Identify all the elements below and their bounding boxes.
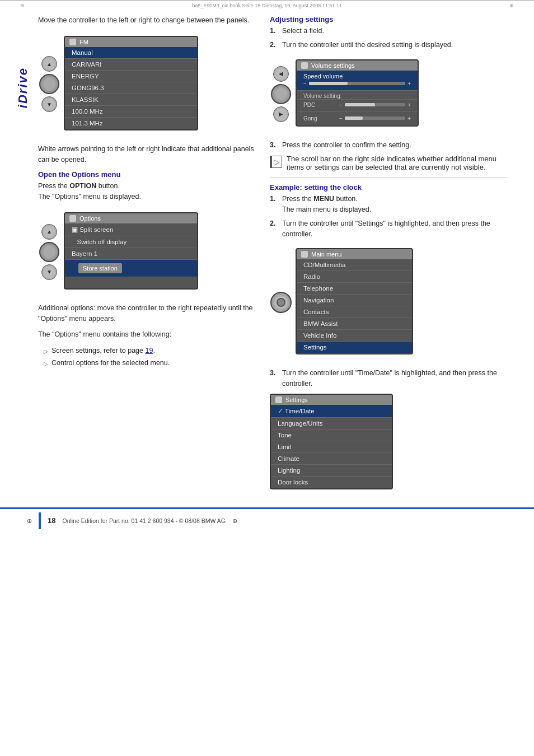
step-text-3: Press the controller to confirm the sett… [282, 140, 411, 151]
store-station-btn: Store station [78, 263, 122, 273]
opt-main-knob[interactable] [39, 242, 59, 262]
main-menu-title: Main menu [311, 251, 341, 258]
options-title-icon [69, 215, 76, 222]
intro-text: Move the controller to the left or right… [38, 15, 256, 26]
gong-fill [345, 116, 363, 120]
speed-minus: − [303, 81, 307, 87]
gong-track [345, 116, 405, 120]
volume-controller: ◀ ▶ [270, 55, 292, 133]
adjusting-heading: Adjusting settings [270, 15, 507, 24]
section-divider [270, 177, 507, 178]
reg-mark-left: ⊕ [20, 3, 25, 8]
options-screen-wrapper: ▲ ▼ Options ▣ Split screen Switch off di… [38, 208, 256, 296]
opt-nav-down[interactable]: ▼ [41, 264, 57, 280]
mm-vehicleinfo: Vehicle Info [297, 330, 412, 342]
settings-icon [275, 396, 282, 403]
step-num-1: 1. [270, 26, 279, 36]
options-step2: The "Options" menu is displayed. [38, 193, 141, 200]
bullet-screen-settings: ▷ Screen settings, refer to page 19. [38, 346, 256, 356]
pdc-item: PDC − + [297, 100, 418, 112]
volume-title-text: Volume settings [311, 62, 355, 69]
settings-climate: Climate [271, 453, 392, 465]
adjusting-section: Adjusting settings 1. Select a field. 2.… [270, 15, 507, 171]
main-menu-screen-wrapper: Main menu CD/Multimedia Radio Telephone … [270, 244, 507, 361]
step-text-1: Select a field. [282, 26, 324, 36]
options-title-bar: Options [65, 213, 197, 223]
gong-bar: Gong − + [303, 114, 411, 123]
volume-title-bar: Volume settings [297, 60, 418, 71]
page-link-19[interactable]: 19 [145, 347, 153, 354]
settings-doorlocks: Door locks [271, 477, 392, 488]
vol-nav-right[interactable]: ▶ [273, 106, 289, 122]
mm-cdmultimedia: CD/Multimedia [297, 259, 412, 271]
speed-track [309, 82, 405, 85]
example-section: Example: setting the clock 1. Press the … [270, 183, 507, 489]
gong-minus: − [339, 115, 343, 122]
fm-item-klassik: KLASSIK [65, 94, 197, 106]
settings-timedate: Time/Date [271, 405, 392, 418]
volume-title-icon [301, 62, 308, 69]
main-menu-title-bar: Main menu [297, 249, 412, 259]
mm-telephone: Telephone [297, 283, 412, 295]
pdc-track [345, 103, 405, 106]
fm-item-gong: GONG96.3 [65, 82, 197, 94]
mm-settings: Settings [297, 342, 412, 353]
gong-label: Gong [303, 115, 337, 122]
example-step-2: 2. Turn the controller until "Settings" … [270, 218, 507, 240]
options-controller: ▲ ▼ [38, 208, 60, 296]
example-step-1: 1. Press the MENU button.The main menu i… [270, 194, 507, 215]
reg-mark-right: ⊕ [509, 3, 514, 8]
ex-step-text-2: Turn the controller until "Settings" is … [282, 218, 507, 240]
pdc-minus: − [339, 102, 343, 108]
main-menu-controller [270, 244, 292, 361]
settings-limit: Limit [271, 441, 392, 453]
bullet-control-options: ▷ Control options for the selected menu. [38, 358, 256, 368]
note-icon: ▷ [270, 156, 282, 168]
opt-split: ▣ Split screen [65, 223, 197, 236]
fm-title-bar: FM [65, 37, 197, 47]
bullet-arrow-2: ▷ [44, 360, 48, 368]
note-box: ▷ The scroll bar on the right side indic… [270, 155, 507, 171]
settings-languageunits: Language/Units [271, 418, 392, 430]
options-step1: Press the OPTION button. The "Options" m… [38, 181, 256, 202]
pdc-label: PDC [303, 102, 337, 108]
note-text: The scroll bar on the right side indicat… [287, 155, 507, 171]
opt-store: Store station [65, 260, 197, 277]
fm-item-101: 101.3 MHz [65, 118, 197, 129]
mm-contacts: Contacts [297, 306, 412, 318]
left-column: Move the controller to the left or right… [38, 15, 256, 496]
fm-controller: ▲ ▼ [38, 31, 60, 137]
settings-gear-icon [270, 292, 292, 313]
bullet-text-2: Control options for the selected menu. [51, 358, 170, 368]
vol-main-knob[interactable] [271, 84, 291, 104]
volume-screen: Volume settings Speed volume − + Volume … [296, 59, 419, 127]
settings-title-text: Settings [285, 396, 308, 403]
fm-item-energy: ENERGY [65, 71, 197, 82]
settings-title-bar: Settings [271, 395, 392, 405]
main-menu-screen: Main menu CD/Multimedia Radio Telephone … [296, 248, 413, 354]
opt-nav-up[interactable]: ▲ [41, 224, 57, 240]
adjust-step-1: 1. Select a field. [270, 26, 507, 36]
page-footer: ⊕ 18 Online Edition for Part no. 01 41 2… [0, 507, 534, 533]
options-screen: Options ▣ Split screen Switch off displa… [64, 212, 198, 290]
options-section: Open the Options menu Press the OPTION b… [38, 170, 256, 368]
mm-bmwassist: BMW Assist [297, 318, 412, 330]
footer-text: Online Edition for Part no. 01 41 2 600 … [62, 517, 225, 524]
step-text-2: Turn the controller until the desired se… [282, 40, 453, 50]
arrows-text: White arrows pointing to the left or rig… [38, 144, 256, 165]
page-number: 18 [48, 516, 55, 525]
nav-down[interactable]: ▼ [41, 96, 57, 112]
menu-bold: MENU [313, 195, 334, 203]
fm-item-carivari: CARIVARI [65, 59, 197, 71]
main-knob-fm[interactable] [39, 74, 59, 94]
main-menu-icon [301, 251, 308, 258]
page-header: ⊕ ba8_E90M3_cic.book Seite 18 Dienstag, … [0, 0, 534, 11]
speed-vol-bar: − + [303, 80, 411, 88]
fm-screen: FM Manual CARIVARI ENERGY GONG96.3 KLASS… [64, 36, 198, 130]
nav-up[interactable]: ▲ [41, 56, 57, 72]
speed-volume-item: Speed volume − + [297, 71, 418, 91]
step-num-3: 3. [270, 140, 279, 151]
vol-nav-left[interactable]: ◀ [273, 66, 289, 82]
header-text: ba8_E90M3_cic.book Seite 18 Dienstag, 19… [192, 3, 342, 8]
settings-tone: Tone [271, 430, 392, 441]
